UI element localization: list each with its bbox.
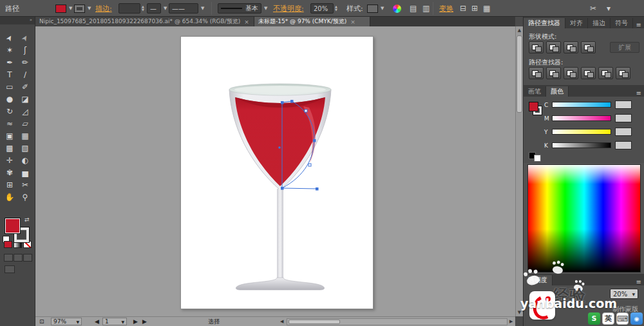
gradient-tool[interactable]: ▧ (17, 142, 33, 155)
rotate-tool[interactable]: ↻ (2, 106, 17, 118)
isolate-button[interactable]: ✂ (590, 3, 596, 14)
preferences-button[interactable]: ▥ (422, 3, 430, 14)
last-artboard-button[interactable]: ▶ (142, 318, 147, 325)
tab-stroke[interactable]: 描边 (588, 18, 611, 28)
first-artboard-button[interactable]: ◀ (95, 318, 99, 325)
cyan-slider-track[interactable] (552, 102, 611, 108)
slice-tool[interactable]: ✂ (17, 179, 33, 191)
fill-color-swatch[interactable]: ▼ (55, 3, 72, 14)
eraser-tool[interactable]: ◪ (17, 93, 33, 106)
ime-language-toggle[interactable]: 英 (602, 312, 614, 325)
pencil-tool[interactable]: ✏ (17, 57, 33, 69)
vertical-scrollbar[interactable]: ▲ ▼ (515, 26, 523, 316)
stepper-icon[interactable]: ▲▼ (335, 5, 337, 12)
divide-button[interactable] (529, 67, 544, 79)
align-objects-button[interactable]: ⊟ (460, 3, 466, 14)
stroke-weight-field[interactable]: ▲▼ (118, 3, 144, 14)
fill-proxy-swatch[interactable] (529, 102, 538, 111)
keyboard-icon[interactable]: ⌨ (616, 312, 629, 325)
width-tool[interactable]: ≈ (2, 118, 17, 130)
line-segment-tool[interactable]: ∕ (17, 69, 33, 81)
free-transform-tool[interactable]: ▱ (17, 118, 33, 130)
direct-selection-tool[interactable]: ➤ (17, 32, 33, 44)
stroke-color-swatch[interactable]: ▼ (74, 3, 91, 14)
tab-close-icon[interactable]: × (244, 19, 249, 25)
more-options-button[interactable]: ▾ (607, 3, 611, 14)
artboard-number-dropdown[interactable]: 1▼ (102, 318, 127, 325)
stepper-icon[interactable]: ▲▼ (142, 5, 144, 12)
panel-menu-icon[interactable]: ≡ (636, 21, 641, 28)
width-profile-dropdown[interactable]: ——▼ (169, 3, 204, 14)
unite-button[interactable] (529, 41, 544, 53)
tab-transparency[interactable]: 透明度 (524, 275, 553, 285)
scale-tool[interactable]: ◿ (17, 106, 33, 118)
transparency-opacity-dropdown[interactable]: 20%▼ (610, 289, 638, 299)
canvas-area[interactable] (35, 26, 515, 316)
zoom-tool[interactable]: ⚲ (17, 191, 33, 204)
color-spectrum-picker[interactable] (527, 164, 641, 273)
panel-menu-icon[interactable]: ≡ (636, 278, 641, 285)
swap-fill-stroke-icon[interactable]: ⇄ (24, 216, 30, 223)
style-swatch-dropdown[interactable]: ▼ (367, 3, 384, 14)
yellow-slider[interactable]: Y (544, 128, 632, 136)
tab-pathfinder[interactable]: 路径查找器 (524, 18, 565, 28)
scroll-right-icon[interactable]: ▶ (509, 318, 513, 325)
horizontal-scrollbar[interactable] (287, 318, 507, 325)
zoom-level-dropdown[interactable]: 97%▼ (51, 318, 82, 325)
perspective-grid-tool[interactable]: ▦ (17, 130, 33, 142)
opacity-field[interactable]: 20%▲▼ (310, 3, 337, 14)
expand-button[interactable]: 扩展 (610, 42, 639, 53)
document-tab-1[interactable]: Nipic_15097685_20180518093222687036.ai* … (35, 17, 254, 26)
artboard-tool[interactable]: ⊞ (2, 179, 17, 191)
selection-tool[interactable]: ➤ (2, 32, 17, 44)
ime-more-icon[interactable]: ◉ (630, 312, 643, 325)
tab-symbols[interactable]: 符号 (611, 18, 633, 28)
crop-button[interactable] (581, 67, 596, 79)
document-tab-2[interactable]: 未标题-15* @ 97% (CMYK/预览) × (254, 17, 370, 26)
trim-button[interactable] (546, 67, 561, 79)
artboard[interactable] (180, 36, 374, 309)
scroll-up-icon[interactable]: ▲ (516, 28, 523, 33)
distribute-objects-button[interactable]: ⊞ (471, 3, 478, 14)
fill-indicator-swatch[interactable] (5, 218, 21, 234)
symbol-sprayer-tool[interactable]: ✾ (2, 167, 17, 179)
hand-tool[interactable]: ✋ (2, 191, 17, 204)
tab-brushes[interactable]: 画笔 (524, 86, 546, 97)
vertical-scroll-thumb[interactable] (516, 35, 522, 113)
black-slider-track[interactable] (552, 142, 611, 148)
intersect-button[interactable] (564, 41, 578, 53)
column-graph-tool[interactable]: ▅ (17, 167, 33, 179)
screen-mode-button[interactable] (5, 265, 15, 273)
draw-behind-mode-button[interactable] (14, 254, 23, 262)
scroll-left-icon[interactable]: ◀ (280, 318, 283, 325)
lasso-tool[interactable]: ʃ (17, 44, 33, 57)
black-slider[interactable]: K (544, 141, 632, 149)
outline-button[interactable] (598, 67, 613, 79)
tab-color[interactable]: 颜色 (546, 86, 569, 97)
document-setup-button[interactable]: ▤ (410, 3, 417, 14)
panel-menu-icon[interactable]: ≡ (636, 90, 641, 97)
arrange-button[interactable]: ▦ (483, 3, 490, 14)
brush-definition-dropdown[interactable]: 基本▼ (218, 3, 267, 14)
tab-close-icon[interactable]: × (350, 19, 355, 25)
rectangle-tool[interactable]: ▭ (2, 81, 17, 93)
color-mode-button[interactable] (4, 241, 12, 248)
magenta-slider-track[interactable] (552, 115, 611, 121)
magic-wand-tool[interactable]: ✶ (2, 44, 17, 57)
white-swatch[interactable] (534, 155, 541, 162)
eyedropper-tool[interactable]: ✛ (2, 155, 17, 167)
next-artboard-button[interactable]: ▶ (133, 318, 138, 325)
shape-builder-tool[interactable]: ▣ (2, 130, 17, 142)
tab-align[interactable]: 对齐 (565, 18, 588, 28)
cyan-slider[interactable]: C (544, 101, 632, 109)
merge-button[interactable] (564, 67, 578, 79)
yellow-slider-track[interactable] (552, 129, 611, 135)
brush-dropdown[interactable]: —▼ (147, 3, 167, 14)
magenta-slider[interactable]: M (544, 114, 632, 122)
paintbrush-tool[interactable]: ✐ (17, 81, 33, 93)
recolor-artwork-button[interactable] (393, 3, 401, 14)
wine-glass-artwork[interactable] (181, 37, 374, 310)
exclude-button[interactable] (581, 41, 596, 53)
scroll-down-icon[interactable]: ▼ (516, 310, 523, 315)
blend-tool[interactable]: ◐ (17, 155, 33, 167)
